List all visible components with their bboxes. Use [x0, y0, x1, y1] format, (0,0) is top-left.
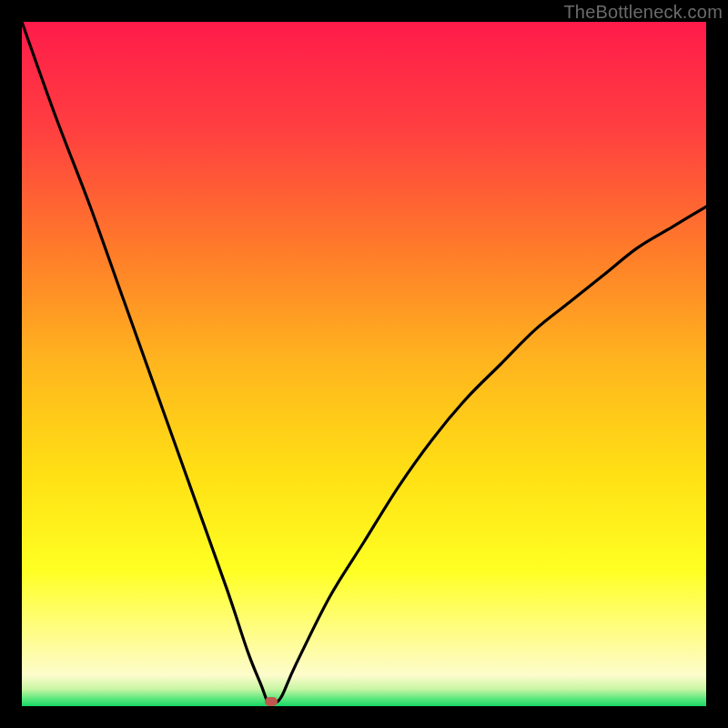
watermark-text: TheBottleneck.com — [563, 2, 723, 23]
curve-layer — [22, 22, 706, 706]
plot-frame — [22, 22, 706, 706]
bottleneck-curve — [22, 22, 706, 704]
minimum-marker — [265, 697, 278, 706]
